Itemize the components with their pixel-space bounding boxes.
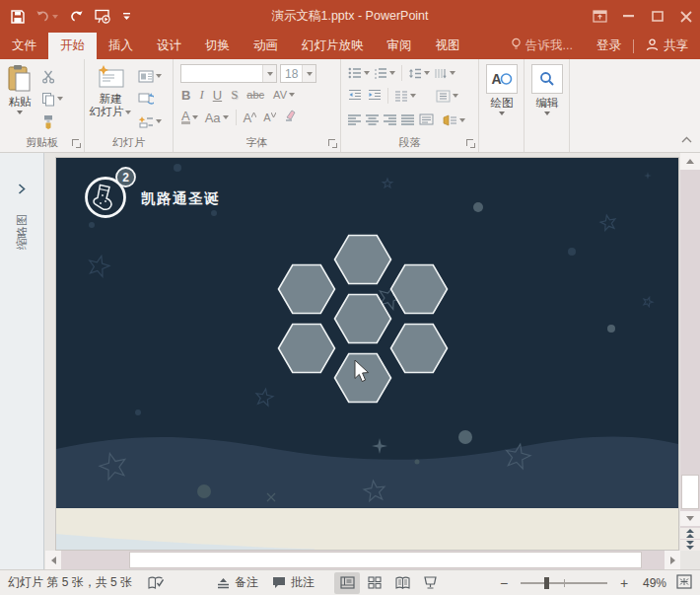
slide-counter[interactable]: 幻灯片 第 5 张，共 5 张 — [8, 574, 132, 591]
font-dialog-launcher[interactable] — [328, 139, 337, 148]
clipboard-dialog-launcher[interactable] — [72, 139, 81, 148]
close-button[interactable] — [671, 0, 700, 33]
maximize-button[interactable] — [643, 0, 671, 33]
scroll-down-button[interactable] — [680, 511, 700, 526]
horizontal-scrollbar-thumb[interactable] — [129, 552, 642, 568]
scroll-left-button[interactable] — [45, 551, 61, 569]
increase-indent-button[interactable] — [368, 87, 382, 105]
change-case-button[interactable]: Aa — [205, 111, 229, 125]
new-slide-button[interactable]: 新建 幻灯片 — [85, 59, 136, 131]
columns-button[interactable] — [394, 90, 416, 102]
redo-icon[interactable] — [69, 10, 84, 23]
scroll-right-button[interactable] — [665, 551, 680, 569]
drawing-button[interactable]: A 绘图 — [479, 59, 525, 115]
shrink-font-button[interactable]: A — [263, 112, 275, 123]
justify-button[interactable] — [401, 112, 414, 129]
zoom-in-button[interactable]: + — [617, 575, 631, 591]
font-name-combobox[interactable] — [180, 64, 277, 83]
collapse-ribbon-icon[interactable] — [681, 129, 692, 147]
vertical-scrollbar-thumb[interactable] — [681, 475, 699, 509]
tab-transitions[interactable]: 切换 — [193, 33, 242, 59]
slide-decoration-dot — [211, 210, 217, 216]
notes-toggle[interactable]: 备注 — [217, 574, 258, 591]
strikethrough-button[interactable]: abc — [246, 89, 264, 101]
undo-icon[interactable] — [35, 10, 58, 23]
scroll-up-button[interactable] — [680, 153, 700, 170]
tab-tell-me[interactable]: 告诉我... — [499, 33, 585, 59]
tab-animations[interactable]: 动画 — [242, 33, 290, 59]
expand-pane-icon[interactable] — [18, 181, 26, 198]
slide-layout-button[interactable] — [136, 66, 164, 86]
add-section-button[interactable] — [136, 112, 164, 131]
font-size-combobox[interactable]: 18 — [280, 64, 316, 83]
numbering-button[interactable] — [374, 67, 395, 79]
thumbnail-pane-collapsed[interactable]: 缩略图 — [0, 153, 44, 569]
comments-toggle[interactable]: 批注 — [272, 574, 315, 591]
minimize-button[interactable] — [614, 0, 643, 33]
align-left-button[interactable] — [348, 112, 361, 129]
italic-button[interactable]: I — [199, 87, 203, 103]
tab-slideshow[interactable]: 幻灯片放映 — [290, 33, 376, 59]
tab-sign-in[interactable]: 登录 — [585, 33, 633, 59]
editing-button[interactable]: 编辑 — [525, 59, 570, 115]
align-right-button[interactable] — [384, 112, 396, 129]
paragraph-dialog-launcher[interactable] — [466, 139, 475, 148]
character-spacing-button[interactable]: AV — [273, 89, 295, 101]
slide-canvas[interactable]: 2 凯路通圣诞 — [56, 158, 678, 550]
slide-decoration-dot — [89, 222, 95, 228]
font-name-dropdown-icon[interactable] — [262, 65, 276, 82]
zoom-level[interactable]: 49% — [643, 576, 666, 590]
normal-view-button[interactable] — [334, 572, 360, 594]
previous-slide-button[interactable] — [680, 528, 700, 539]
reset-slide-button[interactable] — [136, 89, 164, 109]
align-text-button[interactable] — [436, 90, 458, 103]
slide-decoration-dot — [174, 164, 181, 172]
group-slides: 新建 幻灯片 幻灯片 — [85, 59, 174, 152]
vertical-scrollbar[interactable] — [680, 153, 700, 551]
share-button[interactable]: 共享 — [634, 33, 700, 59]
tab-insert[interactable]: 插入 — [97, 33, 145, 59]
smartart-button[interactable] — [443, 114, 465, 126]
slideshow-view-button[interactable] — [417, 572, 443, 594]
group-clipboard: 粘贴 剪贴板 — [0, 59, 85, 152]
font-size-dropdown-icon[interactable] — [302, 65, 315, 82]
group-label-slides: 幻灯片 — [85, 135, 173, 150]
quick-access-toolbar — [0, 9, 131, 24]
tab-home[interactable]: 开始 — [48, 33, 97, 59]
clear-formatting-button[interactable] — [283, 109, 297, 126]
zoom-slider-thumb[interactable] — [544, 577, 549, 589]
align-center-button[interactable] — [366, 112, 379, 129]
customize-qat-icon[interactable] — [122, 12, 131, 22]
text-direction-button[interactable] — [434, 67, 455, 80]
decrease-indent-button[interactable] — [348, 87, 362, 105]
fit-to-window-icon[interactable] — [676, 574, 692, 592]
horizontal-scrollbar[interactable] — [45, 551, 680, 569]
paste-button[interactable]: 粘贴 — [0, 59, 39, 131]
distribute-button[interactable] — [419, 112, 434, 129]
start-slideshow-icon[interactable] — [95, 9, 111, 24]
tab-review[interactable]: 审阅 — [376, 33, 424, 59]
reading-view-button[interactable] — [389, 572, 415, 594]
save-icon[interactable] — [11, 10, 25, 24]
slide-title-text[interactable]: 凯路通圣诞 — [141, 190, 220, 206]
bold-button[interactable]: B — [181, 88, 190, 103]
tab-file[interactable]: 文件 — [0, 33, 48, 59]
slide-decoration-dot — [135, 409, 141, 415]
zoom-out-button[interactable]: − — [497, 575, 511, 591]
ribbon-display-options-icon[interactable] — [586, 0, 614, 33]
underline-button[interactable]: U — [213, 88, 222, 103]
copy-button[interactable] — [39, 89, 65, 109]
slide-sorter-view-button[interactable] — [362, 572, 387, 594]
text-shadow-button[interactable]: S — [231, 87, 238, 103]
grow-font-button[interactable]: A — [244, 111, 257, 125]
zoom-slider[interactable] — [521, 576, 607, 590]
spell-check-icon[interactable] — [148, 576, 164, 590]
next-slide-button[interactable] — [680, 540, 700, 551]
bullets-button[interactable] — [348, 67, 370, 79]
cut-button[interactable] — [39, 66, 65, 86]
font-color-button[interactable]: A — [181, 111, 198, 124]
line-spacing-button[interactable] — [408, 67, 430, 80]
tab-design[interactable]: 设计 — [145, 33, 193, 59]
format-painter-button[interactable] — [39, 112, 65, 131]
tab-view[interactable]: 视图 — [424, 33, 472, 59]
